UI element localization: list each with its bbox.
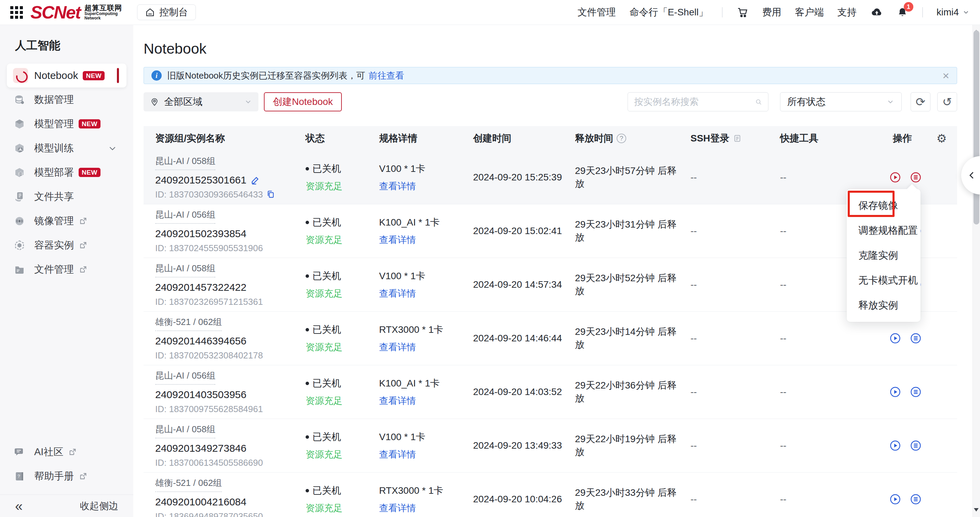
resource-group-name[interactable]: 昆山-AI / 058组 [155, 155, 215, 170]
question-circle-icon[interactable]: ? [617, 134, 626, 143]
status-filter-select[interactable]: 所有状态 [780, 92, 902, 111]
sidebar-item-model-deploy[interactable]: 模型部署 NEW [0, 160, 133, 185]
table-row[interactable]: 昆山-AI / 058组 2409201457322422 ID: 183702… [143, 258, 957, 312]
cell-actions [881, 333, 957, 344]
more-actions-button[interactable] [910, 387, 921, 398]
resource-group-name[interactable]: 雄衡-521 / 062组 [155, 477, 222, 492]
sidebar-item-file-share[interactable]: 文件共享 [0, 185, 133, 209]
sidebar-item-ai-community[interactable]: AI社区 [0, 440, 133, 464]
view-details-link[interactable]: 查看详情 [379, 502, 416, 514]
vertical-scrollbar[interactable] [972, 25, 980, 517]
refresh-button[interactable]: ⟳ [911, 92, 931, 111]
nav-eshell[interactable]: 命令行「E-Shell」 [629, 6, 708, 19]
instance-name[interactable]: 2409201457322422 [155, 282, 247, 293]
collapse-sidebar-icon[interactable]: « [15, 499, 22, 513]
sidebar-item-file-manage[interactable]: 文件管理 [0, 257, 133, 282]
reset-button[interactable]: ↺ [937, 92, 957, 111]
more-actions-button[interactable] [910, 172, 921, 183]
status-text: 已关机 [312, 377, 341, 390]
view-details-link[interactable]: 查看详情 [379, 341, 416, 353]
power-on-button[interactable] [890, 387, 901, 398]
sidebar-item-notebook[interactable]: Notebook NEW [7, 64, 126, 87]
collapse-sidebar-label[interactable]: 收起侧边 [80, 500, 118, 512]
resource-group-name[interactable]: 昆山-AI / 058组 [155, 262, 215, 277]
region-select[interactable]: 全部区域 [143, 92, 258, 111]
table-row[interactable]: 昆山-AI / 056组 2409201502393854 ID: 183702… [143, 204, 957, 258]
more-actions-button[interactable] [910, 494, 921, 505]
spec-text: RTX3000 * 1卡 [379, 484, 461, 497]
view-details-link[interactable]: 查看详情 [379, 180, 416, 192]
power-on-button[interactable] [890, 172, 901, 183]
copy-id-icon[interactable] [266, 190, 275, 199]
col-header-created[interactable]: 创建时间 [461, 132, 563, 145]
search-icon[interactable] [755, 97, 762, 107]
power-on-button[interactable] [890, 494, 901, 505]
sidebar-item-model-manage[interactable]: 模型管理 NEW [0, 112, 133, 136]
instance-name[interactable]: 2409201502393854 [155, 228, 247, 240]
resource-group-name[interactable]: 昆山-AI / 056组 [155, 370, 215, 385]
user-menu[interactable]: kimi4 [937, 7, 970, 18]
sidebar: 人工智能 Notebook NEW 数据管理 模型管理 NEW [0, 25, 133, 517]
spec-text: V100 * 1卡 [379, 162, 461, 175]
apps-grid-icon[interactable] [10, 6, 23, 19]
col-header-release[interactable]: 释放时间 ? [563, 132, 679, 145]
cart-icon[interactable] [736, 6, 749, 19]
menu-item-3[interactable]: 无卡模式开机 [847, 268, 921, 293]
create-notebook-button[interactable]: 创建Notebook [264, 92, 342, 111]
nav-billing[interactable]: 费用 [762, 6, 781, 19]
col-header-spec[interactable]: 规格详情 [368, 132, 461, 145]
console-button[interactable]: 控制台 [137, 5, 196, 20]
scrollbar-thumb[interactable] [974, 30, 979, 224]
table-row[interactable]: 雄衡-521 / 062组 2409201446394656 ID: 18370… [143, 312, 957, 365]
nav-file-manage[interactable]: 文件管理 [578, 6, 616, 19]
table-row[interactable]: 昆山-AI / 056组 2409201403503956 ID: 183700… [143, 365, 957, 419]
edit-name-icon[interactable] [251, 175, 260, 185]
close-icon[interactable]: × [942, 70, 949, 81]
instance-name[interactable]: 2409201403503956 [155, 389, 247, 401]
power-on-button[interactable] [890, 333, 901, 344]
cell-ssh: -- [679, 440, 768, 451]
instance-name[interactable]: 2409201004216084 [155, 496, 247, 508]
cloud-upload-icon[interactable] [870, 6, 883, 19]
scnet-logo[interactable]: SCNet 超算互联网 SuperComputing Network [30, 2, 122, 22]
col-header-status[interactable]: 状态 [294, 132, 368, 145]
sidebar-item-help-manual[interactable]: ? 帮助手册 [0, 464, 133, 488]
instance-name[interactable]: 2409201446394656 [155, 335, 247, 347]
instance-name[interactable]: 2409201525301661 [155, 174, 247, 186]
sidebar-item-image-manage[interactable]: 镜像管理 [0, 209, 133, 233]
view-details-link[interactable]: 查看详情 [379, 448, 416, 461]
more-actions-button[interactable] [910, 440, 921, 451]
sidebar-item-model-train[interactable]: 模型训练 [0, 136, 133, 160]
resource-group-name[interactable]: 昆山-AI / 056组 [155, 209, 215, 224]
menu-item-4[interactable]: 释放实例 [847, 293, 921, 318]
banner-link[interactable]: 前往查看 [369, 70, 404, 82]
table-row[interactable]: 昆山-AI / 058组 2409201525301661 ID: 183703… [143, 151, 957, 204]
menu-item-0[interactable]: 保存镜像 [847, 193, 921, 218]
power-on-button[interactable] [890, 440, 901, 451]
search-input[interactable] [634, 97, 755, 107]
col-header-ssh[interactable]: SSH登录 [679, 132, 768, 145]
instance-name[interactable]: 2409201349273846 [155, 442, 247, 454]
col-header-resource-group[interactable]: 资源组/实例名称 [143, 132, 294, 145]
resource-group-name[interactable]: 雄衡-521 / 062组 [155, 316, 222, 331]
menu-item-1[interactable]: 调整规格配置 [847, 218, 921, 243]
scroll-down-arrow-icon[interactable] [974, 508, 978, 514]
view-details-link[interactable]: 查看详情 [379, 234, 416, 246]
chevron-down-icon[interactable] [108, 144, 117, 153]
gear-icon[interactable]: ⚙ [937, 133, 947, 144]
sidebar-item-container-instance[interactable]: 容器实例 [0, 233, 133, 257]
resource-group-name[interactable]: 昆山-AI / 058组 [155, 423, 215, 438]
cell-ssh: -- [679, 226, 768, 237]
more-actions-button[interactable] [910, 333, 921, 344]
cell-quick-tools: -- [768, 440, 881, 451]
col-header-quick-tools[interactable]: 快捷工具 [768, 132, 881, 145]
table-row[interactable]: 雄衡-521 / 062组 2409201004216084 ID: 18369… [143, 472, 957, 517]
view-details-link[interactable]: 查看详情 [379, 395, 416, 407]
notifications-bell-icon[interactable]: 1 [896, 6, 908, 19]
sidebar-item-data-manage[interactable]: 数据管理 [0, 87, 133, 112]
nav-support[interactable]: 支持 [837, 6, 857, 19]
nav-client[interactable]: 客户端 [795, 6, 824, 19]
table-row[interactable]: 昆山-AI / 058组 2409201349273846 ID: 183700… [143, 419, 957, 472]
menu-item-2[interactable]: 克隆实例 [847, 243, 921, 268]
view-details-link[interactable]: 查看详情 [379, 287, 416, 300]
